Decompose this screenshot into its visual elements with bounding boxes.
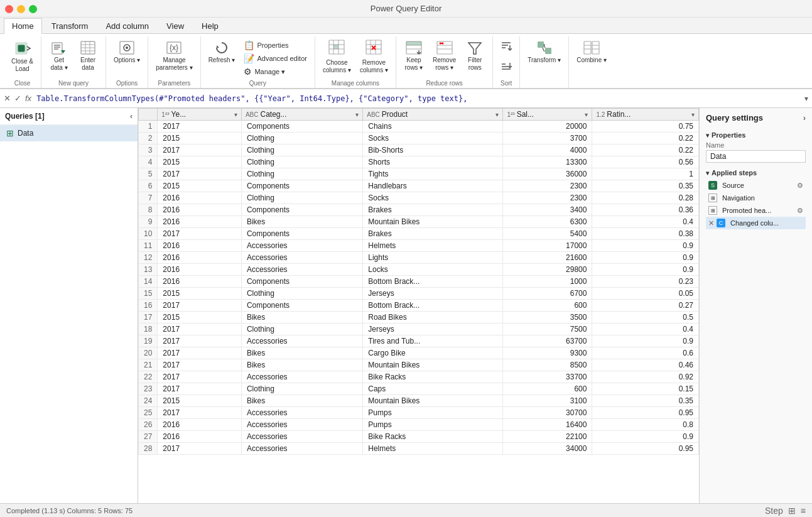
- table-row[interactable]: 52017ClothingTights360001: [139, 168, 699, 180]
- applied-step-promoted-headers[interactable]: ⊞Promoted hea...⚙: [706, 204, 806, 217]
- minimize-button[interactable]: [17, 5, 25, 13]
- tab-view[interactable]: View: [158, 18, 192, 33]
- table-row[interactable]: 102017ComponentsBrakes54000.38: [139, 228, 699, 240]
- list-view-button[interactable]: ≡: [801, 506, 806, 516]
- table-row[interactable]: 12017ComponentsChains200000.75: [139, 121, 699, 133]
- table-row[interactable]: 222017AccessoriesBike Racks337000.92: [139, 371, 699, 383]
- applied-step-changed-columns[interactable]: ✕CChanged colu...: [706, 217, 806, 229]
- properties-icon: 📋: [244, 40, 254, 50]
- refresh-button[interactable]: Refresh ▾: [205, 36, 239, 67]
- cell-year: 2015: [158, 180, 242, 192]
- query-item-data[interactable]: ⊞ Data: [0, 125, 138, 141]
- get-data-button[interactable]: Getdata ▾: [45, 36, 73, 74]
- keep-rows-button[interactable]: Keeprows ▾: [400, 36, 428, 74]
- transform-button[interactable]: Transform ▾: [524, 36, 565, 67]
- col-header-rating[interactable]: 1.2 Ratin... ▾: [592, 109, 699, 121]
- cell-category: Bikes: [241, 216, 362, 228]
- queries-panel-collapse[interactable]: ‹: [130, 112, 133, 121]
- table-row[interactable]: 32017ClothingBib-Shorts40000.22: [139, 144, 699, 156]
- combine-button[interactable]: Combine ▾: [573, 36, 610, 67]
- cell-sales: 30700: [503, 407, 592, 419]
- table-row[interactable]: 132016AccessoriesLocks298000.9: [139, 264, 699, 276]
- properties-button[interactable]: 📋 Properties: [240, 39, 311, 52]
- options-button[interactable]: Options ▾: [110, 36, 144, 67]
- table-row[interactable]: 92016BikesMountain Bikes63000.4: [139, 216, 699, 228]
- year-filter-icon[interactable]: ▾: [234, 111, 237, 118]
- rating-filter-icon[interactable]: ▾: [691, 111, 695, 118]
- col-header-product[interactable]: ABC Product ▾: [363, 109, 503, 121]
- advanced-editor-button[interactable]: 📝 Advanced editor: [240, 52, 311, 65]
- table-row[interactable]: 22015ClothingSocks37000.22: [139, 133, 699, 144]
- step-delete-changed-columns[interactable]: ✕: [708, 219, 714, 227]
- table-row[interactable]: 82016ComponentsBrakes34000.36: [139, 204, 699, 216]
- table-row[interactable]: 262016AccessoriesPumps164000.8: [139, 419, 699, 431]
- manage-params-button[interactable]: {x} Manageparameters ▾: [152, 36, 196, 74]
- tab-add-column[interactable]: Add column: [97, 18, 157, 33]
- formula-confirm[interactable]: ✓: [14, 94, 21, 103]
- step-label[interactable]: Step: [765, 506, 783, 516]
- table-row[interactable]: 72016ClothingSocks23000.28: [139, 192, 699, 204]
- cell-year: 2016: [158, 431, 242, 443]
- settings-panel-expand[interactable]: ›: [803, 113, 806, 122]
- name-value[interactable]: Data: [706, 150, 806, 163]
- ribbon-group-parameters: {x} Manageparameters ▾ Parameters: [148, 36, 200, 88]
- tab-home[interactable]: Home: [4, 18, 42, 34]
- close-button[interactable]: [5, 5, 13, 13]
- row-number: 20: [139, 347, 158, 359]
- remove-rows-button[interactable]: Removerows ▾: [429, 36, 460, 74]
- table-row[interactable]: 112016AccessoriesHelmets170000.9: [139, 240, 699, 252]
- cell-year: 2017: [158, 383, 242, 395]
- table-row[interactable]: 122016AccessoriesLights216000.9: [139, 252, 699, 264]
- cell-rating: 0.9: [592, 252, 699, 264]
- table-row[interactable]: 182017ClothingJerseys75000.4: [139, 324, 699, 335]
- cell-product: Cargo Bike: [363, 347, 503, 359]
- properties-chevron[interactable]: ▾: [706, 132, 709, 139]
- close-load-button[interactable]: Close &Load: [8, 36, 37, 75]
- choose-columns-button[interactable]: Choosecolumns ▾: [319, 36, 355, 77]
- table-row[interactable]: 282017AccessoriesHelmets340000.95: [139, 443, 699, 455]
- col-header-year[interactable]: 1²³ Ye... ▾: [158, 109, 242, 121]
- table-row[interactable]: 212017BikesMountain Bikes85000.46: [139, 359, 699, 371]
- col-header-category[interactable]: ABC Categ... ▾: [241, 109, 362, 121]
- remove-columns-button[interactable]: Removecolumns ▾: [356, 36, 392, 77]
- maximize-button[interactable]: [29, 5, 37, 13]
- step-gear-promoted-headers[interactable]: ⚙: [797, 207, 803, 215]
- table-row[interactable]: 152015ClothingJerseys67000.05: [139, 288, 699, 300]
- table-row[interactable]: 142016ComponentsBottom Brack...10000.23: [139, 276, 699, 288]
- sort-asc-button[interactable]: [497, 36, 516, 55]
- table-row[interactable]: 42015ClothingShorts133000.56: [139, 156, 699, 168]
- table-row[interactable]: 172015BikesRoad Bikes35000.5: [139, 312, 699, 324]
- applied-step-navigation[interactable]: ⊞Navigation: [706, 192, 806, 204]
- applied-step-source[interactable]: SSource⚙: [706, 179, 806, 192]
- cell-category: Clothing: [241, 144, 362, 156]
- table-row[interactable]: 252017AccessoriesPumps307000.95: [139, 407, 699, 419]
- category-filter-icon[interactable]: ▾: [355, 111, 359, 118]
- grid-view-button[interactable]: ⊞: [788, 506, 796, 516]
- data-grid[interactable]: 1²³ Ye... ▾ ABC Categ... ▾: [138, 108, 699, 503]
- properties-label: Properties: [712, 131, 745, 139]
- filter-rows-button[interactable]: Filterrows: [461, 36, 489, 74]
- enter-data-button[interactable]: Enterdata: [74, 36, 102, 74]
- table-row[interactable]: 242015BikesMountain Bikes31000.35: [139, 395, 699, 407]
- step-gear-source[interactable]: ⚙: [797, 182, 803, 190]
- category-type-icon: ABC: [246, 111, 259, 118]
- cell-rating: 0.75: [592, 121, 699, 133]
- applied-steps-chevron[interactable]: ▾: [706, 170, 709, 177]
- table-row[interactable]: 62015ComponentsHandlebars23000.35: [139, 180, 699, 192]
- sort-desc-button[interactable]: [497, 58, 516, 77]
- table-row[interactable]: 162017ComponentsBottom Brack...6000.27: [139, 300, 699, 312]
- product-filter-icon[interactable]: ▾: [495, 111, 499, 118]
- tab-help[interactable]: Help: [193, 18, 227, 33]
- table-row[interactable]: 232017ClothingCaps6000.15: [139, 383, 699, 395]
- sales-filter-icon[interactable]: ▾: [585, 111, 588, 118]
- manage-button[interactable]: ⚙ Manage ▾: [240, 65, 311, 78]
- cell-sales: 16400: [503, 419, 592, 431]
- table-row[interactable]: 272016AccessoriesBike Racks221000.9: [139, 431, 699, 443]
- formula-cancel[interactable]: ✕: [4, 94, 11, 103]
- col-header-sales[interactable]: 1²³ Sal... ▾: [503, 109, 592, 121]
- table-row[interactable]: 202017BikesCargo Bike93000.6: [139, 347, 699, 359]
- table-row[interactable]: 192017AccessoriesTires and Tub...637000.…: [139, 335, 699, 347]
- tab-transform[interactable]: Transform: [43, 18, 97, 33]
- svg-text:{x}: {x}: [170, 43, 178, 52]
- formula-expand-button[interactable]: ▾: [804, 94, 808, 103]
